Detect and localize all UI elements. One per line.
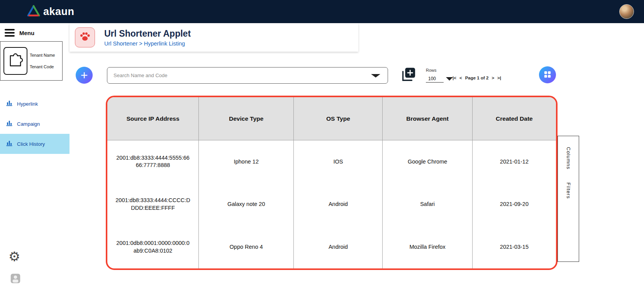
sidebar-item-hyperlink[interactable]: Hyperlink: [0, 94, 69, 114]
table-cell-browser-agent: Google Chrome: [383, 140, 472, 183]
rows-value: 100: [426, 76, 444, 83]
user-avatar[interactable]: [619, 4, 634, 19]
table-cell-os-type: IOS: [294, 140, 383, 183]
table-cell-device-type: Iphone 12: [199, 140, 294, 183]
table-cell-device-type: Oppo Reno 4: [199, 226, 294, 268]
sidebar-item-label: Campaign: [17, 121, 40, 127]
table-side-panel: Columns Filters: [558, 136, 579, 262]
bar-chart-icon: [5, 139, 13, 148]
table-cell-device-type: Galaxy note 20: [199, 183, 294, 226]
rows-per-page-control: Rows 100: [426, 68, 453, 83]
first-page-button[interactable]: |<: [452, 76, 456, 80]
brand-logo[interactable]: akaun: [27, 5, 75, 18]
tenant-puzzle-frame: [3, 47, 27, 75]
page-title: Url Shortener Applet: [104, 29, 191, 39]
table-cell-created-date: 2021-03-15: [473, 226, 556, 268]
menu-label: Menu: [19, 30, 34, 36]
column-header[interactable]: Browser Agent: [383, 97, 472, 140]
search-input[interactable]: [114, 73, 370, 78]
search-box: [107, 67, 388, 84]
puzzle-icon: [7, 52, 24, 70]
hamburger-icon: [5, 29, 15, 37]
table-cell-created-date: 2021-09-20: [473, 183, 556, 226]
rows-label: Rows: [426, 68, 453, 73]
contact-person-icon[interactable]: [10, 273, 21, 285]
pagination: |< < Page 1 of 2 > >|: [452, 76, 501, 80]
search-dropdown-caret-icon[interactable]: [370, 73, 381, 78]
breadcrumb[interactable]: Url Shortener > Hyperlink Listing: [104, 40, 191, 47]
tenant-code-label: Tenant Code: [30, 64, 55, 69]
akaun-triangle-logo-icon: [27, 5, 40, 18]
top-bar: akaun: [0, 0, 644, 23]
copy-add-icon: [400, 78, 416, 84]
click-history-table: Source IP Address Device Type OS Type Br…: [106, 96, 558, 270]
sidebar-item-label: Hyperlink: [17, 101, 38, 107]
tenant-name-label: Tenant Name: [30, 53, 55, 57]
sidebar-item-label: Click History: [17, 141, 45, 147]
tenant-selector[interactable]: Tenant Name Tenant Code: [0, 41, 63, 81]
tab-filters[interactable]: Filters: [566, 182, 571, 199]
rows-select[interactable]: 100: [426, 76, 453, 83]
table-cell-source-ip: 2001:db8:3333:4444:5555:6666:7777:8888: [107, 140, 199, 183]
table-cell-os-type: Android: [294, 183, 383, 226]
add-button[interactable]: +: [76, 67, 93, 84]
table-cell-browser-agent: Mozilla Firefox: [383, 226, 472, 268]
column-header[interactable]: Device Type: [199, 97, 294, 140]
applet-icon: [75, 27, 95, 47]
bar-chart-icon: [5, 119, 13, 128]
table-cell-source-ip: 2001:0db8:0001:0000:0000:0ab9:C0A8:0102: [107, 226, 199, 268]
sidebar: Menu Tenant Name Tenant Code: [0, 23, 69, 307]
prev-page-button[interactable]: <: [459, 76, 462, 80]
next-page-button[interactable]: >: [491, 76, 494, 80]
sidebar-item-campaign[interactable]: Campaign: [0, 114, 69, 134]
table-cell-created-date: 2021-01-12: [473, 140, 556, 183]
table-cell-source-ip: 2001:db8:3333:4444:CCCC:DDDD:EEEE:FFFF: [107, 183, 199, 226]
column-header[interactable]: Source IP Address: [107, 97, 199, 140]
column-header[interactable]: OS Type: [294, 97, 383, 140]
bulk-add-button[interactable]: [400, 66, 416, 84]
paw-icon: [79, 31, 91, 44]
rows-dropdown-caret-icon: [446, 76, 453, 83]
page-status: Page 1 of 2: [465, 76, 489, 80]
settings-gear-icon[interactable]: ⚙: [8, 250, 20, 263]
table-cell-browser-agent: Safari: [383, 183, 472, 226]
brand-name: akaun: [43, 6, 75, 18]
sidebar-item-click-history[interactable]: Click History: [0, 134, 69, 154]
view-options-button[interactable]: [539, 66, 556, 83]
tab-columns[interactable]: Columns: [566, 147, 571, 169]
applet-header: Url Shortener Applet Url Shortener > Hyp…: [69, 23, 358, 52]
grid-icon: [543, 70, 552, 80]
table-cell-os-type: Android: [294, 226, 383, 268]
column-header[interactable]: Created Date: [473, 97, 556, 140]
bar-chart-icon: [5, 99, 13, 108]
menu-toggle[interactable]: Menu: [0, 23, 69, 41]
last-page-button[interactable]: >|: [497, 76, 501, 80]
